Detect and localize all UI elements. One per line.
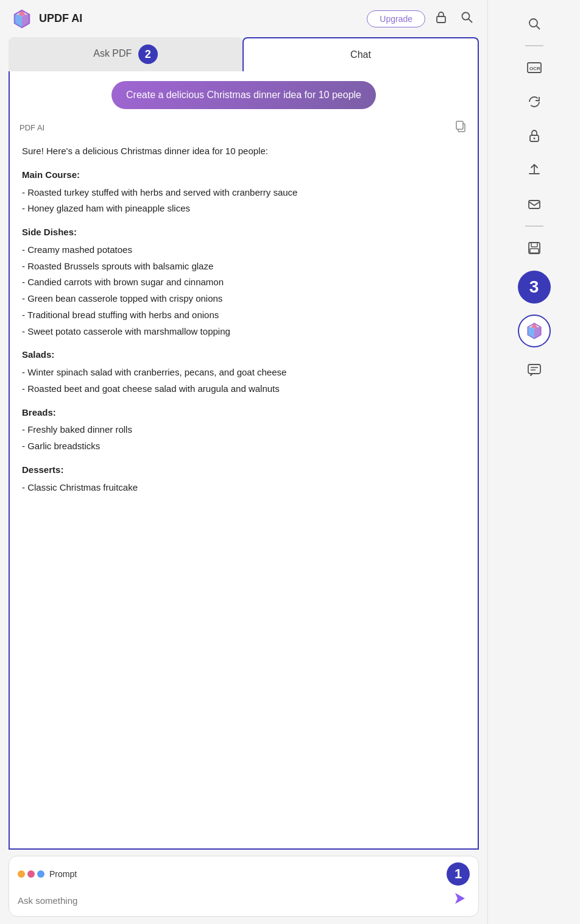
sidebar-lock-button[interactable] bbox=[520, 122, 548, 150]
user-message-bubble: Create a delicious Christmas dinner idea… bbox=[111, 81, 376, 109]
lock-icon-button[interactable] bbox=[431, 7, 451, 30]
email-icon bbox=[527, 197, 542, 211]
sidebar-divider-1 bbox=[525, 45, 543, 46]
ai-response-content: Sure! Here's a delicious Christmas dinne… bbox=[10, 139, 478, 848]
header: UPDF AI Upgrade bbox=[0, 0, 487, 37]
svg-rect-0 bbox=[437, 16, 445, 23]
send-icon bbox=[453, 892, 466, 905]
sidebar-search-icon bbox=[527, 16, 542, 31]
rotate-icon bbox=[527, 94, 542, 109]
lock-icon bbox=[434, 10, 448, 24]
sidebar-chat-button[interactable] bbox=[520, 356, 548, 384]
sidebar-divider-2 bbox=[525, 226, 543, 227]
send-button[interactable] bbox=[449, 890, 470, 910]
dot-pink bbox=[27, 870, 35, 878]
side-dish-item-2: - Roasted Brussels sprouts with balsamic… bbox=[22, 259, 465, 274]
tab-chat[interactable]: Chat bbox=[242, 37, 479, 71]
updf-ai-badge-button[interactable] bbox=[518, 315, 551, 347]
side-dish-item-4: - Green bean casserole topped with crisp… bbox=[22, 291, 465, 307]
main-course-item-1: - Roasted turkey stuffed with herbs and … bbox=[22, 185, 465, 201]
copy-button[interactable] bbox=[453, 119, 468, 137]
sidebar-lock-icon bbox=[527, 129, 542, 143]
upgrade-button[interactable]: Upgrade bbox=[367, 10, 425, 27]
prompt-label-row: Prompt 1 bbox=[18, 862, 470, 886]
sidebar-rotate-button[interactable] bbox=[520, 88, 548, 116]
badge-2: 2 bbox=[138, 44, 158, 64]
ai-intro: Sure! Here's a delicious Christmas dinne… bbox=[22, 144, 465, 159]
prompt-label-text: Prompt bbox=[49, 869, 77, 879]
side-dishes-title: Side Dishes: bbox=[22, 225, 465, 240]
side-dish-item-6: - Sweet potato casserole with marshmallo… bbox=[22, 324, 465, 339]
updf-ai-logo-icon bbox=[525, 321, 544, 341]
dessert-item-1: - Classic Christmas fruitcake bbox=[22, 480, 465, 496]
copy-icon bbox=[454, 120, 467, 132]
dot-blue bbox=[37, 870, 44, 878]
svg-line-2 bbox=[469, 19, 472, 23]
main-course-title: Main Course: bbox=[22, 168, 465, 183]
updf-logo-icon bbox=[11, 8, 33, 30]
save-icon bbox=[527, 241, 542, 255]
side-dish-item-5: - Traditional bread stuffing with herbs … bbox=[22, 308, 465, 323]
ai-response-header: PDF AI bbox=[10, 114, 478, 139]
ocr-icon: OCR bbox=[526, 59, 543, 76]
dot-orange bbox=[18, 870, 25, 878]
svg-point-1 bbox=[462, 13, 470, 20]
input-row bbox=[18, 890, 470, 910]
svg-line-7 bbox=[536, 26, 540, 30]
sidebar-search-button[interactable] bbox=[520, 10, 548, 38]
salad-item-1: - Winter spinach salad with cranberries,… bbox=[22, 365, 465, 380]
tab-bar: Ask PDF 2 Chat bbox=[9, 37, 479, 71]
salad-item-2: - Roasted beet and goat cheese salad wit… bbox=[22, 382, 465, 397]
svg-rect-12 bbox=[529, 201, 540, 208]
prompt-dots bbox=[18, 870, 44, 878]
prompt-area: Prompt 1 bbox=[9, 856, 479, 917]
bread-item-1: - Freshly baked dinner rolls bbox=[22, 422, 465, 438]
svg-marker-5 bbox=[455, 893, 465, 904]
svg-rect-14 bbox=[531, 243, 537, 247]
svg-rect-15 bbox=[530, 249, 539, 253]
salads-title: Salads: bbox=[22, 347, 465, 363]
search-icon bbox=[460, 10, 473, 24]
side-dish-item-3: - Candied carrots with brown sugar and c… bbox=[22, 275, 465, 290]
svg-text:OCR: OCR bbox=[529, 66, 540, 71]
svg-rect-16 bbox=[528, 364, 540, 374]
right-sidebar: OCR bbox=[487, 0, 580, 924]
sidebar-ocr-button[interactable]: OCR bbox=[520, 54, 548, 82]
ai-label: PDF AI bbox=[19, 123, 44, 132]
badge-3: 3 bbox=[518, 271, 551, 304]
side-dish-item-1: - Creamy mashed potatoes bbox=[22, 243, 465, 258]
svg-rect-4 bbox=[456, 121, 463, 129]
user-message-wrap: Create a delicious Christmas dinner idea… bbox=[10, 71, 478, 114]
main-panel: UPDF AI Upgrade Ask PDF 2 Chat Create bbox=[0, 0, 487, 924]
sidebar-share-button[interactable] bbox=[520, 156, 548, 184]
main-course-item-2: - Honey glazed ham with pineapple slices bbox=[22, 201, 465, 216]
sidebar-save-button[interactable] bbox=[520, 234, 548, 262]
bread-item-2: - Garlic breadsticks bbox=[22, 439, 465, 454]
badge-1: 1 bbox=[447, 862, 470, 886]
sidebar-email-button[interactable] bbox=[520, 190, 548, 218]
app-title: UPDF AI bbox=[39, 12, 361, 25]
search-icon-button[interactable] bbox=[457, 7, 476, 30]
chat-input[interactable] bbox=[18, 895, 444, 906]
tab-ask-pdf[interactable]: Ask PDF 2 bbox=[9, 37, 242, 71]
prompt-label-left: Prompt bbox=[18, 869, 77, 879]
svg-point-11 bbox=[533, 138, 535, 140]
chat-container: Create a delicious Christmas dinner idea… bbox=[9, 71, 479, 850]
desserts-title: Desserts: bbox=[22, 463, 465, 478]
svg-point-6 bbox=[529, 19, 537, 27]
breads-title: Breads: bbox=[22, 405, 465, 421]
share-icon bbox=[527, 163, 542, 177]
chat-icon bbox=[527, 363, 542, 377]
